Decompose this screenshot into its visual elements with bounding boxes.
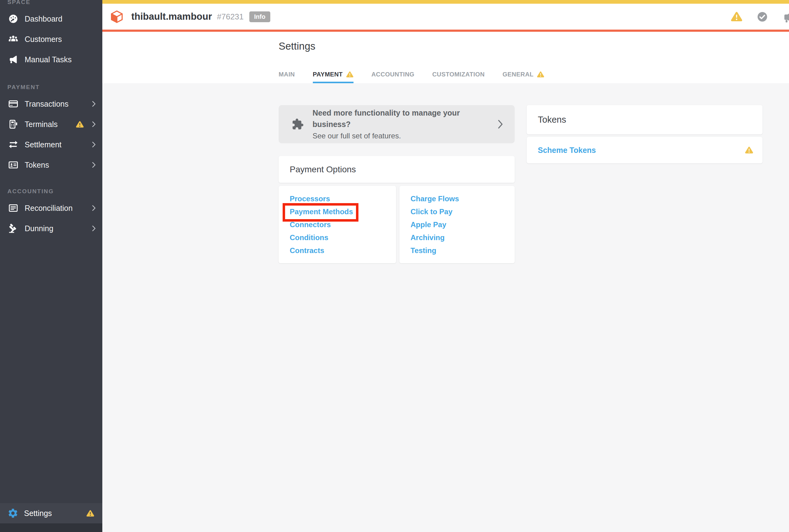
info-badge[interactable]: Info — [249, 12, 271, 22]
warning-icon — [76, 121, 84, 128]
credit-card-icon — [7, 99, 19, 109]
tab-main[interactable]: MAIN — [278, 71, 295, 83]
sidebar-item-transactions[interactable]: Transactions — [0, 94, 102, 114]
puzzle-icon — [292, 118, 304, 130]
chevron-right-icon — [498, 119, 503, 129]
terminal-icon — [7, 119, 19, 130]
dashboard-icon — [7, 14, 19, 24]
sidebar-item-label: Transactions — [25, 99, 69, 109]
chevron-right-icon — [92, 225, 96, 231]
sidebar-item-terminals[interactable]: Terminals — [0, 114, 102, 134]
page-title: Settings — [278, 32, 789, 52]
link-archiving[interactable]: Archiving — [400, 231, 515, 244]
sidebar-section-accounting: ACCOUNTING — [7, 188, 102, 195]
banner-title: Need more functionality to manage your b… — [312, 107, 498, 130]
link-processors[interactable]: Processors — [278, 192, 396, 205]
tab-label: ACCOUNTING — [371, 71, 415, 78]
chevron-right-icon — [92, 162, 96, 168]
tokens-card-row: Scheme Tokens — [527, 137, 763, 163]
link-click-to-pay[interactable]: Click to Pay — [400, 205, 515, 218]
gavel-icon — [7, 223, 19, 234]
tab-label: CUSTOMIZATION — [432, 71, 485, 78]
topbar: thibault.mambour #76231 Info — [102, 4, 789, 30]
link-conditions[interactable]: Conditions — [278, 231, 396, 244]
warning-icon — [86, 510, 94, 517]
sidebar-bottom-strip — [0, 524, 102, 532]
payment-options-title: Payment Options — [290, 165, 356, 174]
chevron-right-icon — [92, 205, 96, 211]
megaphone-icon — [7, 54, 19, 65]
sidebar-item-dashboard[interactable]: Dashboard — [0, 8, 102, 29]
right-column: Tokens Scheme Tokens — [527, 105, 763, 263]
link-payment-methods[interactable]: Payment Methods — [278, 205, 396, 218]
tab-label: PAYMENT — [313, 71, 343, 78]
cube-logo-icon — [110, 10, 124, 24]
main-area: thibault.mambour #76231 Info Settings MA… — [102, 0, 789, 263]
sidebar: SPACE Dashboard Customers Manual Tasks P… — [0, 0, 102, 532]
topbar-icons — [731, 4, 789, 30]
sidebar-item-label: Reconciliation — [25, 204, 73, 213]
chevron-right-icon — [92, 141, 96, 148]
features-banner[interactable]: Need more functionality to manage your b… — [278, 105, 515, 143]
banner-subtitle: See our full set of features. — [312, 130, 498, 141]
link-testing[interactable]: Testing — [400, 244, 515, 257]
link-scheme-tokens[interactable]: Scheme Tokens — [538, 146, 596, 155]
payment-options-links: Processors Payment Methods Connectors Co… — [278, 186, 515, 263]
settlement-arrows-icon — [7, 139, 19, 150]
tokens-card-header: Tokens — [527, 105, 763, 134]
account-id: #76231 — [217, 12, 244, 22]
sidebar-item-tokens[interactable]: Tokens — [0, 155, 102, 175]
warning-icon[interactable] — [731, 12, 743, 22]
sidebar-section-payment: PAYMENT — [7, 84, 102, 91]
account-name: thibault.mambour — [131, 11, 212, 22]
megaphone-partial-icon[interactable] — [782, 10, 789, 23]
sidebar-item-label: Terminals — [25, 120, 58, 129]
token-card-icon — [7, 160, 19, 170]
content-header: Settings MAIN PAYMENT ACCOUNTING CUSTOMI… — [102, 32, 789, 83]
link-apple-pay[interactable]: Apple Pay — [400, 218, 515, 231]
sidebar-item-manual-tasks[interactable]: Manual Tasks — [0, 49, 102, 70]
banner-text: Need more functionality to manage your b… — [312, 107, 498, 141]
chevron-right-icon — [92, 101, 96, 107]
customers-icon — [7, 34, 19, 44]
sidebar-item-settings[interactable]: Settings — [0, 503, 102, 524]
top-status-strip — [102, 0, 789, 4]
tokens-title: Tokens — [538, 115, 566, 125]
gear-icon — [7, 508, 19, 519]
reconciliation-icon — [7, 203, 19, 213]
link-charge-flows[interactable]: Charge Flows — [400, 192, 515, 205]
warning-icon — [346, 71, 353, 78]
link-connectors[interactable]: Connectors — [278, 218, 396, 231]
tab-payment[interactable]: PAYMENT — [313, 71, 353, 83]
warning-icon — [537, 71, 544, 78]
tab-label: MAIN — [278, 71, 295, 78]
sidebar-section-space: SPACE — [7, 0, 102, 5]
check-circle-icon[interactable] — [757, 11, 768, 22]
brand-divider — [102, 30, 789, 32]
sidebar-item-customers[interactable]: Customers — [0, 29, 102, 49]
payment-options-column-1: Processors Payment Methods Connectors Co… — [278, 186, 396, 263]
tab-general[interactable]: GENERAL — [503, 71, 544, 83]
sidebar-item-label: Dashboard — [25, 15, 62, 23]
content-body: Need more functionality to manage your b… — [102, 83, 789, 263]
sidebar-item-label: Tokens — [25, 160, 49, 170]
sidebar-item-reconciliation[interactable]: Reconciliation — [0, 198, 102, 218]
sidebar-item-label: Dunning — [25, 224, 53, 233]
payment-options-header: Payment Options — [278, 156, 515, 183]
link-contracts[interactable]: Contracts — [278, 244, 396, 257]
warning-icon — [745, 147, 753, 154]
tab-customization[interactable]: CUSTOMIZATION — [432, 71, 485, 83]
sidebar-item-dunning[interactable]: Dunning — [0, 218, 102, 239]
sidebar-item-label: Settlement — [25, 140, 62, 149]
settings-tabs: MAIN PAYMENT ACCOUNTING CUSTOMIZATION GE… — [278, 71, 562, 83]
left-column: Need more functionality to manage your b… — [278, 105, 515, 263]
payment-options-column-2: Charge Flows Click to Pay Apple Pay Arch… — [400, 186, 515, 263]
chevron-right-icon — [92, 121, 96, 127]
sidebar-item-label: Manual Tasks — [25, 55, 72, 64]
sidebar-item-settlement[interactable]: Settlement — [0, 134, 102, 155]
tab-label: GENERAL — [503, 71, 534, 78]
sidebar-item-label: Customers — [25, 35, 62, 44]
sidebar-item-label: Settings — [24, 509, 52, 518]
tab-accounting[interactable]: ACCOUNTING — [371, 71, 415, 83]
